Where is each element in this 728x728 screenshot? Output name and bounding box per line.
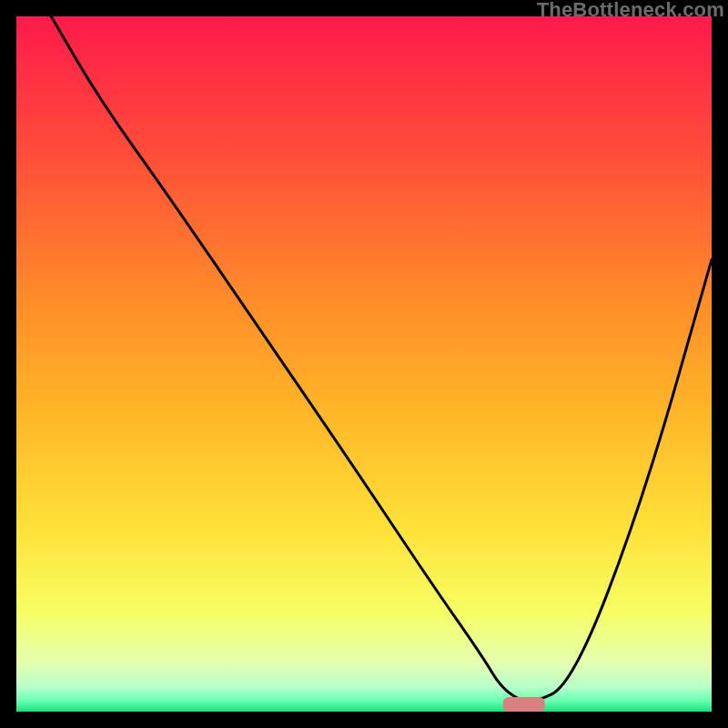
watermark-text: TheBottleneck.com — [537, 0, 724, 22]
gradient-background — [16, 16, 712, 712]
chart-frame — [16, 16, 712, 712]
chart-svg — [16, 16, 712, 712]
optimal-marker — [503, 697, 545, 712]
